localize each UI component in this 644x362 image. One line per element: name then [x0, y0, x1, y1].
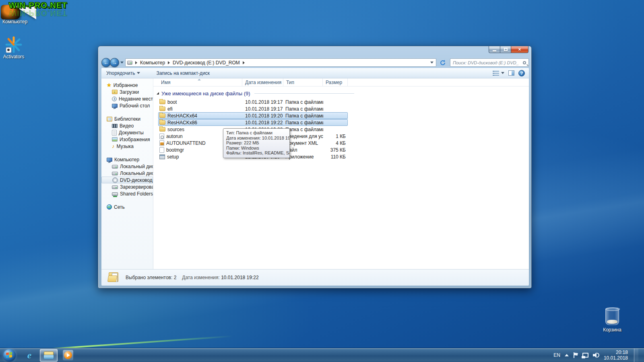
sidebar-label: Зарезервировано с	[120, 184, 153, 190]
recycle-bin-label: Корзина	[597, 327, 628, 333]
recent-pages-dropdown[interactable]	[120, 62, 124, 64]
change-view-button[interactable]	[493, 71, 504, 76]
preview-pane-button[interactable]	[508, 70, 514, 76]
tooltip-date-line: Дата изменения: 10.01.2018 19:22	[226, 136, 287, 141]
show-desktop-button[interactable]	[634, 348, 638, 362]
group-header[interactable]: Уже имеющиеся на диске файлы (9)	[157, 90, 526, 97]
maximize-button[interactable]	[500, 46, 511, 53]
file-name: AUTOUNATTEND	[166, 140, 206, 146]
sidebar-item-music[interactable]: ♪Музыка	[101, 143, 153, 150]
group-header-line	[254, 93, 354, 94]
address-bar[interactable]: Компьютер DVD-дисковод (E:) DVD_ROM	[125, 58, 436, 67]
column-header-date[interactable]: Дата изменения	[242, 78, 283, 86]
tooltip-type-line: Тип: Папка с файлами	[226, 130, 287, 136]
file-date: 10.01.2018 19:22	[243, 119, 284, 125]
sidebar-item-libraries[interactable]: Библиотеки	[101, 115, 153, 122]
file-name: setup	[167, 154, 179, 160]
media-player-icon	[63, 350, 73, 360]
sidebar-item-documents[interactable]: Документы	[101, 129, 153, 136]
sort-ascending-icon	[198, 79, 201, 80]
sidebar-item-pictures[interactable]: Изображения	[101, 136, 153, 143]
file-name: efi	[167, 106, 173, 112]
desktop-icon-recycle-bin[interactable]: Корзина	[597, 308, 628, 333]
activators-icon-label: Activators	[2, 54, 26, 60]
explorer-folder-icon	[43, 352, 54, 359]
show-hidden-icons-button[interactable]	[565, 354, 569, 356]
maximize-icon	[504, 48, 508, 51]
organize-label: Упорядочить	[106, 70, 135, 76]
file-row-reshackx64[interactable]: ResHACKx64 10.01.2018 19:20 Папка с файл…	[158, 112, 348, 119]
sidebar-item-dvd-drive[interactable]: DVD-дисковод (E:) D	[101, 177, 153, 183]
file-row-efi[interactable]: efi 10.01.2018 19:17 Папка с файлами	[158, 105, 348, 112]
file-size: 110 КБ	[323, 154, 346, 160]
sidebar-item-network[interactable]: Сеть	[101, 204, 153, 210]
column-label: Дата изменения	[245, 80, 281, 85]
computer-icon-label: Компьютер	[2, 19, 27, 25]
language-indicator[interactable]: EN	[553, 352, 560, 358]
taskbar-item-media-player[interactable]	[59, 349, 77, 362]
action-center-flag-icon[interactable]	[573, 352, 578, 358]
search-input[interactable]	[450, 60, 519, 65]
search-box[interactable]	[450, 58, 529, 67]
file-size: 4 КБ	[323, 140, 346, 146]
desktop-icon-activators[interactable]: Activators	[2, 35, 26, 60]
column-header-type[interactable]: Тип	[283, 78, 323, 86]
close-icon: ×	[518, 47, 521, 52]
sidebar-label: Локальный диск (D	[120, 171, 153, 176]
pictures-icon	[112, 137, 118, 142]
chevron-down-icon	[501, 72, 504, 74]
sidebar-item-favorites[interactable]: ★Избранное	[101, 82, 153, 88]
address-dropdown-icon[interactable]	[430, 62, 433, 64]
burn-disc-button[interactable]: Запись на компакт-диск	[151, 69, 215, 78]
sidebar-label: Библиотеки	[114, 116, 140, 122]
desktop-icon-computer[interactable]: WIN-PRO.NET WIN-PRO.NET Компьютер	[0, 0, 93, 28]
taskbar-item-internet-explorer[interactable]: e	[21, 349, 38, 362]
sidebar-item-downloads[interactable]: Загрузки	[101, 88, 153, 95]
close-button[interactable]: ×	[511, 46, 528, 53]
sidebar-item-recent[interactable]: Недавние места	[101, 95, 153, 102]
setup-info-file-icon	[159, 134, 164, 139]
sidebar-item-video[interactable]: Видео	[101, 122, 153, 129]
music-icon: ♪	[112, 144, 115, 149]
sidebar-item-shared-folders[interactable]: Shared Folders (\\vn	[101, 190, 153, 197]
sidebar-item-disk-c[interactable]: Локальный диск (C	[101, 163, 153, 170]
breadcrumb-drive[interactable]: DVD-дисковод (E:) DVD_ROM	[173, 60, 240, 66]
column-header-size[interactable]: Размер	[323, 78, 348, 86]
back-button[interactable]: ←	[101, 58, 111, 67]
organize-menu-button[interactable]: Упорядочить	[101, 69, 145, 78]
breadcrumb-separator-icon	[168, 61, 170, 64]
start-button[interactable]	[3, 349, 16, 362]
folder-icon	[159, 107, 165, 111]
xml-document-icon	[159, 140, 164, 146]
tooltip-files-line: Файлы: InstallRes, README, SetACL	[226, 150, 287, 156]
sidebar-item-computer[interactable]: Компьютер	[101, 156, 153, 163]
sidebar-label: Загрузки	[120, 89, 139, 95]
file-name: autorun	[166, 134, 183, 139]
file-row-reshackx86[interactable]: ResHACKx86 10.01.2018 19:22 Папка с файл…	[158, 119, 348, 126]
file-size	[323, 106, 346, 112]
sidebar-item-reserved[interactable]: Зарезервировано с	[101, 183, 153, 190]
network-tray-icon[interactable]	[582, 353, 588, 358]
sidebar-item-desktop[interactable]: Рабочий стол	[101, 102, 153, 109]
status-bar: Выбрано элементов: 2 Дата изменения: 10.…	[101, 269, 529, 286]
drive-breadcrumb-icon	[127, 61, 132, 65]
explorer-content: ★Избранное Загрузки Недавние места Рабоч…	[101, 78, 529, 269]
clock[interactable]: 20:18 10.01.2018	[604, 350, 628, 361]
minimize-button[interactable]	[489, 46, 500, 53]
network-globe-icon	[107, 204, 112, 210]
forward-button[interactable]: →	[110, 58, 119, 67]
breadcrumb-computer[interactable]: Компьютер	[140, 60, 165, 66]
taskbar-item-explorer-active[interactable]	[40, 349, 58, 362]
help-button[interactable]: ?	[518, 70, 525, 76]
system-tray: EN 20:18 10.01.2018	[553, 348, 644, 362]
recycle-bin-icon	[605, 308, 619, 325]
hdd-icon	[112, 172, 118, 175]
clock-date: 10.01.2018	[604, 355, 628, 361]
sidebar-label: Сеть	[114, 204, 125, 210]
refresh-button[interactable]	[439, 58, 447, 67]
volume-tray-icon[interactable]	[593, 352, 599, 358]
tooltip-size-line: Размер: 222 МБ	[226, 140, 287, 146]
sidebar-item-disk-d[interactable]: Локальный диск (D	[101, 170, 153, 177]
file-row-boot[interactable]: boot 10.01.2018 19:17 Папка с файлами	[158, 99, 348, 105]
status-modified-value: 10.01.2018 19:22	[221, 275, 258, 280]
